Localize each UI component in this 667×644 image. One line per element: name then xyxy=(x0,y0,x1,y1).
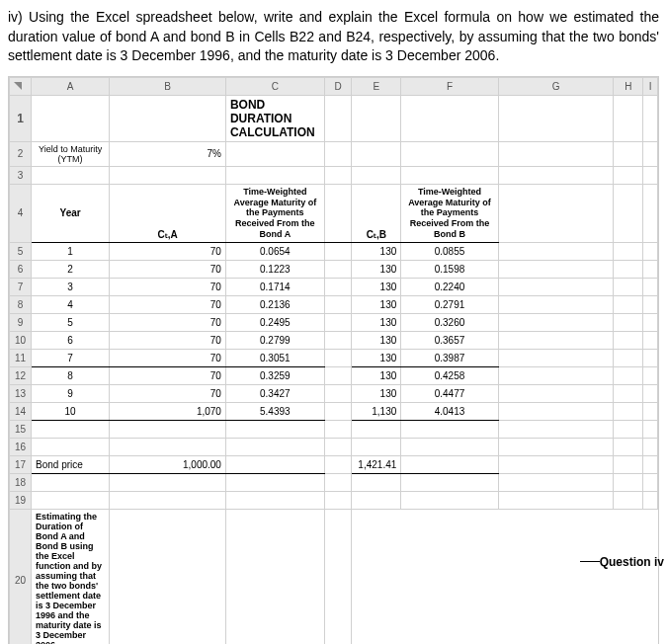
ctb-cell[interactable]: 1,130 xyxy=(352,402,401,420)
row-header-6[interactable]: 6 xyxy=(10,260,32,278)
col-header-B[interactable]: B xyxy=(110,77,226,95)
year-cell[interactable]: 10 xyxy=(32,402,110,420)
year-cell[interactable]: 7 xyxy=(32,349,110,366)
row-header-13[interactable]: 13 xyxy=(10,384,32,402)
wb-cell[interactable]: 0.3260 xyxy=(401,313,498,331)
row-header-10[interactable]: 10 xyxy=(10,331,32,349)
cta-cell[interactable]: 70 xyxy=(110,349,226,366)
row-header-16[interactable]: 16 xyxy=(10,438,32,455)
wb-cell[interactable]: 0.3987 xyxy=(401,349,498,366)
ctb-cell[interactable]: 130 xyxy=(352,313,401,331)
callout-text: Question iv xyxy=(600,555,664,569)
cta-cell[interactable]: 70 xyxy=(110,366,226,384)
ytm-value[interactable]: 7% xyxy=(110,141,226,166)
row-header-17[interactable]: 17 xyxy=(10,455,32,473)
col-header-G[interactable]: G xyxy=(498,77,614,95)
col-header-F[interactable]: F xyxy=(401,77,498,95)
cta-cell[interactable]: 70 xyxy=(110,384,226,402)
cta-cell[interactable]: 70 xyxy=(110,242,226,260)
year-cell[interactable]: 6 xyxy=(32,331,110,349)
col-header-H[interactable]: H xyxy=(614,77,643,95)
cta-cell[interactable]: 70 xyxy=(110,260,226,278)
ctb-cell[interactable]: 130 xyxy=(352,366,401,384)
year-cell[interactable]: 9 xyxy=(32,384,110,402)
wb-cell[interactable]: 0.1598 xyxy=(401,260,498,278)
row-header-19[interactable]: 19 xyxy=(10,491,32,509)
corner-cell xyxy=(10,77,32,95)
col-header-C[interactable]: C xyxy=(225,77,324,95)
row-header-3[interactable]: 3 xyxy=(10,166,32,184)
wa-cell[interactable]: 0.3427 xyxy=(225,384,324,402)
row-header-14[interactable]: 14 xyxy=(10,402,32,420)
wb-cell[interactable]: 4.0413 xyxy=(401,402,498,420)
table-row: 7 3 70 0.1714 130 0.2240 xyxy=(10,278,658,295)
ctb-cell[interactable]: 130 xyxy=(352,384,401,402)
col-header-E[interactable]: E xyxy=(352,77,401,95)
wb-cell[interactable]: 0.2240 xyxy=(401,278,498,295)
bond-price-B[interactable]: 1,421.41 xyxy=(352,455,401,473)
cta-cell[interactable]: 70 xyxy=(110,295,226,313)
cta-cell[interactable]: 1,070 xyxy=(110,402,226,420)
row-header-18[interactable]: 18 xyxy=(10,473,32,491)
col-header-D[interactable]: D xyxy=(324,77,352,95)
row-header-7[interactable]: 7 xyxy=(10,278,32,295)
col-header-A[interactable]: A xyxy=(32,77,110,95)
row-header-2[interactable]: 2 xyxy=(10,141,32,166)
ctb-cell[interactable]: 130 xyxy=(352,349,401,366)
wa-cell[interactable]: 0.1223 xyxy=(225,260,324,278)
year-cell[interactable]: 1 xyxy=(32,242,110,260)
wb-cell[interactable]: 0.4477 xyxy=(401,384,498,402)
bond-price-A[interactable]: 1,000.00 xyxy=(110,455,226,473)
ctb-header[interactable]: Cₜ,B xyxy=(352,184,401,242)
row-header-4[interactable]: 4 xyxy=(10,184,32,242)
title-cell[interactable]: BOND DURATION CALCULATION xyxy=(225,95,324,141)
year-cell[interactable]: 4 xyxy=(32,295,110,313)
row-header-9[interactable]: 9 xyxy=(10,313,32,331)
wb-cell[interactable]: 0.0855 xyxy=(401,242,498,260)
table-row: 8 4 70 0.2136 130 0.2791 xyxy=(10,295,658,313)
wb-cell[interactable]: 0.4258 xyxy=(401,366,498,384)
table-row: 13 9 70 0.3427 130 0.4477 xyxy=(10,384,658,402)
wa-cell[interactable]: 0.2495 xyxy=(225,313,324,331)
ctb-cell[interactable]: 130 xyxy=(352,295,401,313)
cta-cell[interactable]: 70 xyxy=(110,331,226,349)
wa-cell[interactable]: 0.1714 xyxy=(225,278,324,295)
bondB-header[interactable]: Time-Weighted Average Maturity of the Pa… xyxy=(401,184,498,242)
year-cell[interactable]: 8 xyxy=(32,366,110,384)
note-cell[interactable]: Estimating the Duration of Bond A and Bo… xyxy=(32,509,110,644)
cta-cell[interactable]: 70 xyxy=(110,313,226,331)
wa-cell[interactable]: 0.3051 xyxy=(225,349,324,366)
row-header-8[interactable]: 8 xyxy=(10,295,32,313)
cta-header[interactable]: Cₜ,A xyxy=(110,184,226,242)
wa-cell[interactable]: 5.4393 xyxy=(225,402,324,420)
year-cell[interactable]: 2 xyxy=(32,260,110,278)
row-header-1[interactable]: 1 xyxy=(10,95,32,141)
ctb-cell[interactable]: 130 xyxy=(352,278,401,295)
row-header-5[interactable]: 5 xyxy=(10,242,32,260)
wb-cell[interactable]: 0.2791 xyxy=(401,295,498,313)
wa-cell[interactable]: 0.0654 xyxy=(225,242,324,260)
table-row: 9 5 70 0.2495 130 0.3260 xyxy=(10,313,658,331)
ctb-cell[interactable]: 130 xyxy=(352,331,401,349)
bond-price-label[interactable]: Bond price xyxy=(32,455,110,473)
ytm-label[interactable]: Yield to Maturity (YTM) xyxy=(32,141,110,166)
col-header-I[interactable]: I xyxy=(643,77,658,95)
wa-cell[interactable]: 0.3259 xyxy=(225,366,324,384)
table-row: 11 7 70 0.3051 130 0.3987 xyxy=(10,349,658,366)
year-header[interactable]: Year xyxy=(32,184,110,242)
wb-cell[interactable]: 0.3657 xyxy=(401,331,498,349)
year-cell[interactable]: 5 xyxy=(32,313,110,331)
table-row: 10 6 70 0.2799 130 0.3657 xyxy=(10,331,658,349)
row-header-15[interactable]: 15 xyxy=(10,420,32,438)
row-header-11[interactable]: 11 xyxy=(10,349,32,366)
row-header-12[interactable]: 12 xyxy=(10,366,32,384)
cta-cell[interactable]: 70 xyxy=(110,278,226,295)
year-cell[interactable]: 3 xyxy=(32,278,110,295)
ctb-cell[interactable]: 130 xyxy=(352,260,401,278)
bondA-header[interactable]: Time-Weighted Average Maturity of the Pa… xyxy=(225,184,324,242)
wa-cell[interactable]: 0.2136 xyxy=(225,295,324,313)
wa-cell[interactable]: 0.2799 xyxy=(225,331,324,349)
ctb-cell[interactable]: 130 xyxy=(352,242,401,260)
row-header-20[interactable]: 20 xyxy=(10,509,32,644)
table-row: 5 1 70 0.0654 130 0.0855 xyxy=(10,242,658,260)
